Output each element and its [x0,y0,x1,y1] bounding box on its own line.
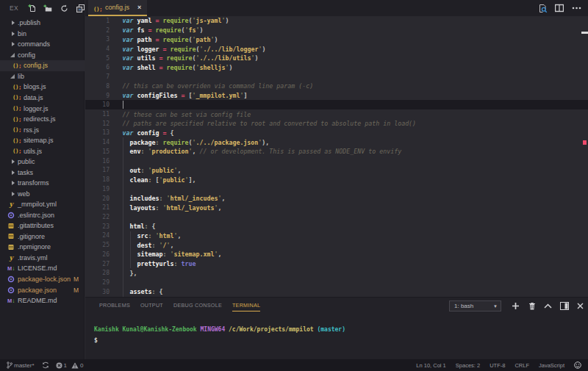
warning-icon [71,362,79,369]
tree-item-transforms[interactable]: transforms [0,178,85,189]
tree-item-commands[interactable]: commands [0,39,85,50]
line-number: 6 [85,64,110,71]
chevron-collapsed-icon [9,30,15,37]
feedback-smiley-icon[interactable] [574,361,581,369]
line-number: 4 [85,46,110,52]
panel-tab-output[interactable]: OUTPUT [140,302,163,311]
terminal-select-value: 1: bash [454,303,473,309]
tree-item-package-lock-json[interactable]: package-lock.jsonM [0,274,85,285]
indentation[interactable]: Spaces: 2 [456,362,480,369]
code-editor[interactable]: 1var yaml = require('js-yaml')2var fs = … [85,16,588,297]
git-modified-badge: M [74,287,79,294]
line-number: 16 [85,158,110,165]
error-icon [56,362,62,369]
plus-icon[interactable] [511,301,520,311]
tree-item-gitattributes[interactable]: .gitattributes [0,220,85,231]
line-number: 3 [85,36,110,43]
collapse-all-icon[interactable] [76,4,85,12]
terminal[interactable]: Kanishk Kunal@Kanishk-Zenbook MINGW64 /c… [94,325,345,346]
panel-right-icon[interactable] [559,301,569,311]
tree-item-rss-js[interactable]: ();rss.js [0,124,85,135]
code-line-10: 10 [85,100,588,109]
status-right: Ln 10, Col 1 Spaces: 2 UTF-8 CRLF JavaSc… [416,361,581,369]
trash-icon[interactable] [527,301,537,311]
split-icon[interactable] [554,3,564,13]
tree-item-blogs-js[interactable]: ();blogs.js [0,82,85,93]
terminal-select[interactable]: 1: bash ▼ [449,300,501,311]
js-file-icon: (); [12,105,21,112]
tab-config-js[interactable]: (); config.js × [88,0,147,16]
js-file-icon: (); [12,126,21,133]
tree-item-public[interactable]: public [0,156,85,168]
tree-item-config[interactable]: config [0,50,85,61]
encoding[interactable]: UTF-8 [490,362,505,369]
line-number: 11 [85,111,110,118]
tree-item-npmignore[interactable]: .npmignore [0,242,85,253]
tree-item-publish[interactable]: .publish [0,18,85,29]
line-number: 27 [85,261,110,267]
tree-item-tasks[interactable]: tasks [0,167,85,178]
panel-controls: 1: bash ▼ [449,300,585,311]
tree-item-label: _mmpilot.yml [18,201,57,208]
tree-item-label: config [18,51,35,59]
problems-item[interactable]: 1 0 [56,362,84,369]
tree-item-label: rss.js [24,126,39,134]
js-icon: (); [93,1,102,14]
code-line-26: 26 sitemap: 'sitemap.xml', [85,250,588,259]
tree-item-package-json[interactable]: package.jsonM [0,284,85,295]
line-number: 8 [85,83,110,90]
git-modified-badge: M [74,275,79,283]
chevron-collapsed-icon [9,179,15,187]
tree-item-web[interactable]: web [0,189,85,200]
code-line-2: 2var fs = require('fs') [85,26,588,35]
explorer-header: EX... [0,0,85,16]
tree-item-license-md[interactable]: M↓LICENSE.md [0,263,85,274]
status-bar: master* 1 0 Ln 10, Col 1 Spaces: 2 UTF-8… [0,359,588,371]
tree-item-gitignore[interactable]: .gitignore [0,231,85,242]
yml-file-icon: y [7,201,15,208]
tree-item-logger-js[interactable]: ();logger.js [0,103,85,114]
tree-item-label: tasks [18,169,33,176]
panel-tab-problems[interactable]: PROBLEMS [99,302,130,311]
code-line-3: 3var path = require('path') [85,35,588,44]
tree-item-lib[interactable]: lib [0,71,85,82]
tree-item-mmpilot-yml[interactable]: y_mmpilot.yml [0,199,85,210]
preview-icon[interactable] [537,3,548,13]
code-line-30: 30 assets: { [85,287,588,297]
tree-item-redirects-js[interactable]: ();redirects.js [0,114,85,125]
new-folder-icon[interactable] [43,4,52,12]
language-mode[interactable]: JavaScript [539,362,564,369]
code-line-21: 21 layouts: 'html/_layouts', [85,203,588,212]
panel-tab-terminal[interactable]: TERMINAL [232,302,260,311]
terminal-prompt-char: $ [94,336,345,347]
refresh-icon[interactable] [60,4,68,12]
tab-close-icon[interactable]: × [137,4,141,11]
panel-tab-debug-console[interactable]: DEBUG CONSOLE [173,302,222,311]
close-icon[interactable] [576,301,585,311]
new-file-icon[interactable] [27,4,36,12]
line-number: 23 [85,223,110,230]
tree-item-label: config.js [24,62,48,69]
tree-item-utils-js[interactable]: ();utils.js [0,145,85,156]
eol[interactable]: CRLF [514,362,529,369]
git-branch-item[interactable]: master* [7,361,35,369]
tree-item-bin[interactable]: bin [0,29,85,40]
tree-item-config-js[interactable]: ();config.js [0,60,85,71]
code-line-14: 14 package: require('./../package.json')… [85,137,588,147]
code-line-7: 7 [85,72,588,82]
cursor-position[interactable]: Ln 10, Col 1 [416,362,445,369]
tree-item-label: .npmignore [18,243,51,251]
chevron-up-icon[interactable] [543,301,553,311]
git-sync-button[interactable] [42,361,49,369]
ellipsis-icon[interactable] [571,3,581,13]
tree-item-label: package.json [18,287,57,294]
terminal-text: /c/Work/projects/mmpilot [229,326,317,333]
tree-item-eslintrc-json[interactable]: .eslintrc.json [0,210,85,221]
terminal-prompt-line: Kanishk Kunal@Kanishk-Zenbook MINGW64 /c… [94,325,345,336]
tree-item-data-js[interactable]: ();data.js [0,93,85,104]
tree-item-sitemap-js[interactable]: ();sitemap.js [0,135,85,146]
tree-item-readme-md[interactable]: M↓README.md [0,295,85,306]
line-number: 15 [85,148,110,155]
tree-item-travis-yml[interactable]: y.travis.yml [0,253,85,264]
code-line-15: 15 env: 'production', // or development.… [85,147,588,156]
